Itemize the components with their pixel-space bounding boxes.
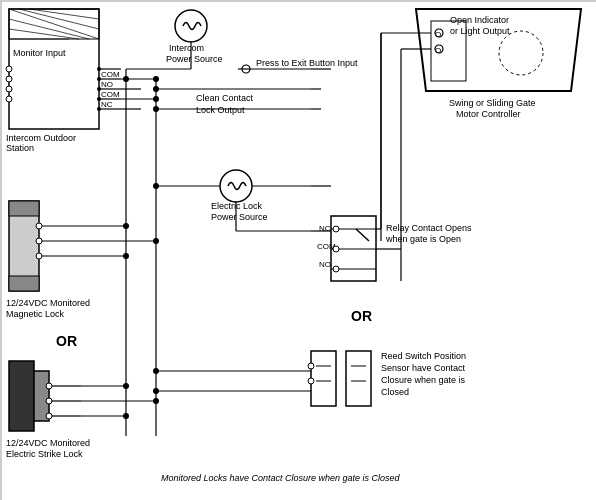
svg-text:Motor Controller: Motor Controller xyxy=(456,109,521,119)
svg-point-67 xyxy=(36,238,42,244)
svg-point-84 xyxy=(46,398,52,404)
svg-point-54 xyxy=(153,106,159,112)
svg-text:Lock Output: Lock Output xyxy=(196,105,245,115)
svg-point-94 xyxy=(123,413,129,419)
svg-text:12/24VDC Monitored: 12/24VDC Monitored xyxy=(6,298,90,308)
svg-point-27 xyxy=(6,86,12,92)
svg-text:Press to Exit Button Input: Press to Exit Button Input xyxy=(256,58,358,68)
svg-text:Electric Strike Lock: Electric Strike Lock xyxy=(6,449,83,459)
svg-text:NC: NC xyxy=(319,224,331,233)
svg-text:Closed: Closed xyxy=(381,387,409,397)
svg-rect-64 xyxy=(9,201,39,216)
svg-rect-1 xyxy=(9,9,99,129)
svg-text:Intercom: Intercom xyxy=(169,43,204,53)
svg-point-66 xyxy=(36,223,42,229)
svg-point-31 xyxy=(175,10,207,42)
svg-point-92 xyxy=(123,383,129,389)
svg-text:O: O xyxy=(435,30,441,39)
svg-point-53 xyxy=(153,86,159,92)
svg-rect-65 xyxy=(9,276,39,291)
svg-point-120 xyxy=(333,266,339,272)
svg-text:Power Source: Power Source xyxy=(166,54,223,64)
svg-point-144 xyxy=(153,388,159,394)
svg-point-118 xyxy=(333,226,339,232)
svg-text:Electric Lock: Electric Lock xyxy=(211,201,263,211)
svg-point-140 xyxy=(308,378,314,384)
svg-text:Swing or Sliding Gate: Swing or Sliding Gate xyxy=(449,98,536,108)
svg-point-47 xyxy=(153,76,159,82)
svg-point-55 xyxy=(220,170,252,202)
svg-text:Power Source: Power Source xyxy=(211,212,268,222)
diagram-container: Monitor Input COM NO COM NC Intercom Out… xyxy=(0,0,596,500)
svg-text:Open Indicator: Open Indicator xyxy=(450,15,509,25)
svg-point-85 xyxy=(46,413,52,419)
svg-text:O: O xyxy=(435,46,441,55)
svg-text:Monitored Locks have Contact C: Monitored Locks have Contact Closure whe… xyxy=(161,473,401,483)
svg-text:Closure when gate is: Closure when gate is xyxy=(381,375,466,385)
svg-text:NC: NC xyxy=(101,100,113,109)
svg-point-75 xyxy=(123,223,129,229)
svg-point-62 xyxy=(153,183,159,189)
svg-point-139 xyxy=(308,363,314,369)
svg-point-48 xyxy=(153,96,159,102)
svg-point-76 xyxy=(153,238,159,244)
svg-rect-134 xyxy=(346,351,371,406)
svg-point-83 xyxy=(46,383,52,389)
svg-point-119 xyxy=(333,246,339,252)
svg-text:COM: COM xyxy=(101,70,120,79)
svg-point-68 xyxy=(36,253,42,259)
svg-text:OR: OR xyxy=(56,333,77,349)
svg-point-143 xyxy=(153,368,159,374)
svg-rect-81 xyxy=(9,361,34,431)
svg-text:Clean Contact: Clean Contact xyxy=(196,93,254,103)
svg-text:Reed Switch Position: Reed Switch Position xyxy=(381,351,466,361)
svg-point-93 xyxy=(153,398,159,404)
svg-point-46 xyxy=(123,76,129,82)
svg-point-26 xyxy=(6,76,12,82)
svg-text:Magnetic Lock: Magnetic Lock xyxy=(6,309,65,319)
svg-text:Intercom Outdoor: Intercom Outdoor xyxy=(6,133,76,143)
svg-text:COM: COM xyxy=(101,90,120,99)
svg-rect-133 xyxy=(311,351,336,406)
svg-text:Relay Contact Opens: Relay Contact Opens xyxy=(386,223,472,233)
svg-text:Monitor Input: Monitor Input xyxy=(13,48,66,58)
svg-point-77 xyxy=(123,253,129,259)
svg-point-25 xyxy=(6,66,12,72)
svg-text:when gate is Open: when gate is Open xyxy=(385,234,461,244)
svg-text:Station: Station xyxy=(6,143,34,153)
svg-text:OR: OR xyxy=(351,308,372,324)
svg-point-28 xyxy=(6,96,12,102)
svg-text:Sensor have Contact: Sensor have Contact xyxy=(381,363,466,373)
svg-text:or Light Output: or Light Output xyxy=(450,26,510,36)
svg-text:NO: NO xyxy=(319,260,331,269)
svg-text:NO: NO xyxy=(101,80,113,89)
svg-text:12/24VDC Monitored: 12/24VDC Monitored xyxy=(6,438,90,448)
